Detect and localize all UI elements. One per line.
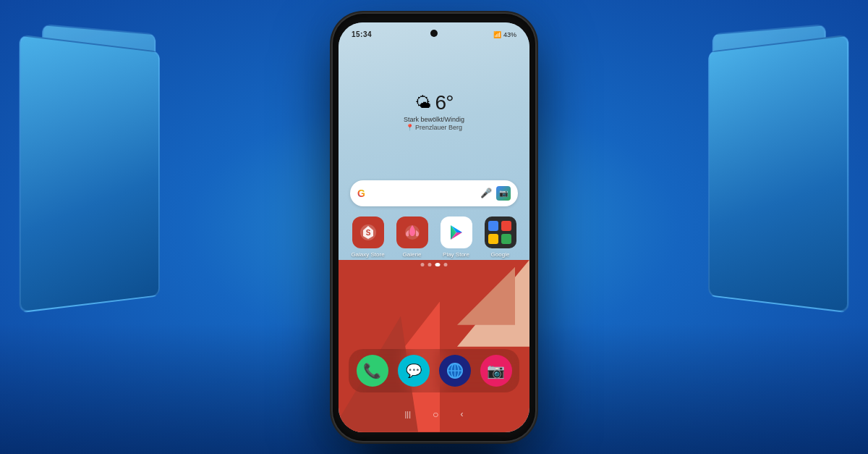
google-g-logo: G [357,188,365,199]
galerie-svg [403,223,422,242]
camera-icon: 📷 [480,355,512,387]
weather-location: 📍 Prenzlauer Berg [404,124,464,131]
status-icons: 📶 43% [493,31,516,38]
nav-recent-button[interactable]: ||| [404,410,411,419]
weather-widget[interactable]: 🌤 6° Stark bewölkt/Windig 📍 Prenzlauer B… [404,91,464,131]
battery-text: 43% [503,31,516,38]
app-grid: S Galaxy Store Galer [349,217,519,258]
internet-svg [445,361,465,381]
weather-icon: 🌤 [415,93,431,112]
page-dots [421,263,448,266]
dock-item-internet[interactable] [437,355,472,387]
page-dot-2[interactable] [428,263,432,266]
play-store-svg [446,222,467,243]
dock: 📞 💬 [349,349,519,392]
app-item-galerie[interactable]: Galerie [393,217,431,258]
nav-back-button[interactable]: ‹ [461,409,464,419]
search-lens-icon[interactable]: 📷 [496,186,511,201]
weather-row: 🌤 6° [404,91,464,114]
google-label: Google [491,251,510,258]
google-dot-green [501,234,511,244]
dock-item-messages[interactable]: 💬 [396,355,431,387]
weather-description: Stark bewölkt/Windig [404,116,464,123]
page-dot-3-active[interactable] [435,263,441,266]
svg-text:S: S [365,229,370,237]
search-mic-icon[interactable]: 🎤 [480,188,492,198]
bg-panel-left-front [20,35,160,314]
location-text: Prenzlauer Berg [415,124,462,131]
galerie-label: Galerie [403,251,422,258]
phone-wrapper: 15:34 📶 43% 🌤 6° Stark bewölkt/Windig 📍 … [333,14,535,441]
page-dot-1[interactable] [421,263,425,266]
app-item-play-store[interactable]: Play Store [437,217,475,258]
wifi-icon: 📶 [493,31,501,38]
galerie-icon [396,217,428,248]
nav-home-button[interactable]: ○ [433,408,438,420]
nav-bar: ||| ○ ‹ [339,403,529,425]
galaxy-store-svg: S [359,223,378,242]
google-dot-blue [488,221,498,231]
search-bar[interactable]: G 🎤 📷 [350,180,518,206]
phone-body: 15:34 📶 43% 🌤 6° Stark bewölkt/Windig 📍 … [333,14,535,441]
phone-screen[interactable]: 15:34 📶 43% 🌤 6° Stark bewölkt/Windig 📍 … [339,22,529,432]
weather-temperature: 6° [435,91,454,114]
camera-hole [430,30,438,37]
app-item-galaxy-store[interactable]: S Galaxy Store [349,217,387,258]
phone-icon: 📞 [357,355,388,387]
app-item-google[interactable]: Google [481,217,519,258]
galaxy-store-icon: S [352,217,384,248]
play-store-label: Play Store [443,251,469,258]
messages-icon: 💬 [398,355,430,387]
bg-panel-right-front [708,35,848,314]
google-dot-red [501,221,511,231]
dock-item-phone[interactable]: 📞 [354,355,390,387]
page-dot-4[interactable] [444,263,448,266]
dock-item-camera[interactable]: 📷 [478,355,514,387]
status-time: 15:34 [352,30,372,38]
location-pin-icon: 📍 [406,124,414,131]
galaxy-store-label: Galaxy Store [351,251,384,258]
google-dot-yellow [488,234,498,244]
google-icon [485,217,516,248]
play-store-icon [441,217,472,248]
internet-icon [439,355,471,387]
